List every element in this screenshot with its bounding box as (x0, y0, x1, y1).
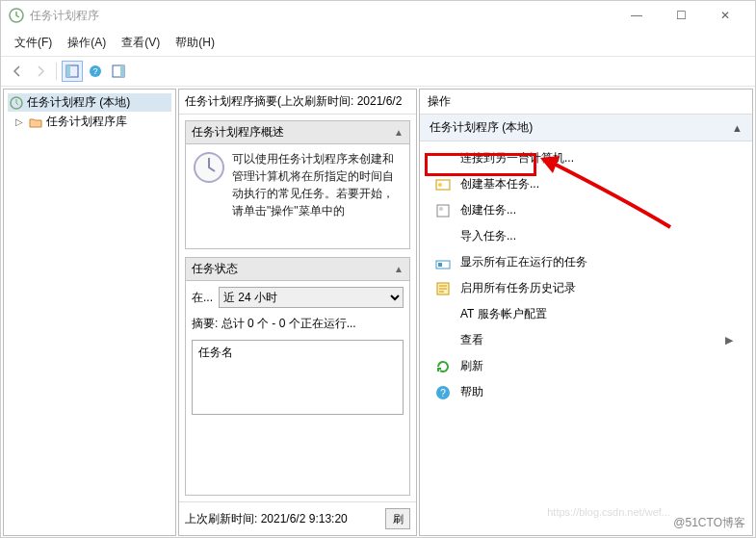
group-title: 任务计划程序 (本地) (430, 119, 533, 136)
toolbar: ? (1, 57, 755, 87)
minimize-button[interactable]: — (614, 1, 659, 30)
menu-view[interactable]: 查看(V) (114, 32, 168, 54)
action-create-task[interactable]: 创建任务... (422, 197, 750, 223)
summary-header: 任务计划程序摘要(上次刷新时间: 2021/6/2 (179, 90, 416, 115)
help-toolbar-button[interactable]: ? (85, 61, 106, 82)
action-connect-label: 连接到另一台计算机... (460, 150, 574, 167)
menu-file[interactable]: 文件(F) (7, 32, 60, 54)
svg-rect-2 (66, 65, 70, 77)
svg-text:?: ? (440, 388, 446, 398)
action-view[interactable]: 查看 ▶ (422, 327, 750, 353)
column-task-name: 任务名 (198, 346, 233, 359)
action-help-label: 帮助 (460, 384, 483, 400)
action-connect[interactable]: 连接到另一台计算机... (422, 145, 750, 171)
menu-bar: 文件(F) 操作(A) 查看(V) 帮助(H) (1, 30, 755, 57)
action-view-label: 查看 (460, 332, 483, 348)
svg-text:?: ? (92, 66, 97, 76)
overview-title: 任务计划程序概述 (192, 124, 284, 141)
collapse-icon[interactable]: ▲ (394, 264, 404, 274)
large-clock-icon (192, 150, 226, 185)
app-clock-icon (9, 8, 24, 23)
action-import-task[interactable]: 导入任务... (422, 223, 750, 249)
tree-root-label: 任务计划程序 (本地) (27, 94, 130, 111)
console-tree-button[interactable] (62, 61, 83, 82)
collapse-arrow-icon: ▲ (732, 122, 743, 134)
action-refresh[interactable]: 刷新 (422, 353, 750, 379)
svg-point-12 (439, 207, 443, 211)
maximize-button[interactable]: ☐ (659, 1, 703, 30)
tree-root[interactable]: 任务计划程序 (本地) (8, 93, 171, 112)
blank-icon (435, 307, 451, 322)
action-at-label: AT 服务帐户配置 (460, 306, 547, 322)
action-refresh-label: 刷新 (460, 358, 483, 374)
action-import-label: 导入任务... (460, 228, 516, 244)
watermark: @51CTO博客 (673, 515, 745, 531)
chevron-right-icon[interactable]: ▷ (15, 116, 25, 127)
blank-icon (435, 333, 451, 348)
title-bar: 任务计划程序 — ☐ ✕ (1, 1, 755, 30)
task-icon (435, 203, 451, 218)
refresh-button[interactable]: 刷 (385, 508, 410, 529)
watermark-url: https://blog.csdn.net/wef... (547, 506, 670, 518)
actions-header: 操作 (420, 90, 752, 115)
history-icon (435, 281, 451, 296)
clock-icon (10, 96, 23, 110)
action-at-config[interactable]: AT 服务帐户配置 (422, 301, 750, 327)
status-header[interactable]: 任务状态 ▲ (186, 258, 409, 281)
action-history-label: 启用所有任务历史记录 (460, 280, 576, 296)
actions-list: 连接到另一台计算机... 创建基本任务... 创建任务... 导入任务... 显… (420, 141, 752, 409)
collapse-icon[interactable]: ▲ (394, 127, 404, 138)
period-select[interactable]: 近 24 小时 (219, 287, 404, 308)
status-section: 任务状态 ▲ 在... 近 24 小时 摘要: 总计 0 个 - 0 个正在运行… (185, 257, 410, 496)
action-create-task-label: 创建任务... (460, 202, 516, 218)
blank-icon (435, 229, 451, 244)
menu-help[interactable]: 帮助(H) (168, 32, 222, 54)
action-create-basic-task[interactable]: 创建基本任务... (422, 171, 750, 197)
running-icon (435, 255, 451, 270)
task-list[interactable]: 任务名 (192, 340, 404, 415)
center-pane: 任务计划程序摘要(上次刷新时间: 2021/6/2 任务计划程序概述 ▲ 可以使… (178, 89, 417, 536)
action-show-running-label: 显示所有正在运行的任务 (460, 254, 587, 270)
overview-header[interactable]: 任务计划程序概述 ▲ (186, 121, 409, 144)
overview-text: 可以使用任务计划程序来创建和管理计算机将在所指定的时间自动执行的常见任务。若要开… (232, 150, 404, 243)
menu-action[interactable]: 操作(A) (60, 32, 114, 54)
tree-library-label: 任务计划程序库 (46, 114, 127, 130)
back-button[interactable] (7, 61, 28, 82)
chevron-right-icon: ▶ (725, 334, 733, 346)
action-show-running[interactable]: 显示所有正在运行的任务 (422, 249, 750, 275)
actions-group-header[interactable]: 任务计划程序 (本地) ▲ (420, 115, 752, 141)
last-refresh-text: 上次刷新时间: 2021/6/2 9:13:20 (185, 511, 379, 527)
summary-count: 摘要: 总计 0 个 - 0 个正在运行... (192, 316, 404, 332)
refresh-icon (435, 359, 451, 374)
overview-section: 任务计划程序概述 ▲ 可以使用任务计划程序来创建和管理计算机将在所指定的时间自动… (185, 120, 410, 249)
close-button[interactable]: ✕ (703, 1, 747, 30)
svg-rect-11 (437, 205, 449, 217)
status-title: 任务状态 (192, 261, 238, 277)
wizard-icon (435, 177, 451, 192)
help-icon: ? (435, 385, 451, 400)
window-title: 任务计划程序 (30, 8, 614, 24)
action-help[interactable]: ? 帮助 (422, 379, 750, 405)
console-tree: 任务计划程序 (本地) ▷ 任务计划程序库 (3, 89, 176, 536)
svg-rect-14 (438, 263, 442, 267)
blank-icon (435, 151, 451, 167)
center-footer: 上次刷新时间: 2021/6/2 9:13:20 刷 (179, 501, 416, 535)
svg-rect-6 (120, 65, 124, 77)
action-pane-button[interactable] (108, 61, 129, 82)
workspace: 任务计划程序 (本地) ▷ 任务计划程序库 任务计划程序摘要(上次刷新时间: 2… (1, 87, 755, 538)
folder-icon (29, 115, 42, 129)
actions-pane: 操作 任务计划程序 (本地) ▲ 连接到另一台计算机... 创建基本任务... … (419, 89, 753, 536)
forward-button[interactable] (30, 61, 51, 82)
tree-library[interactable]: ▷ 任务计划程序库 (8, 112, 171, 132)
svg-point-10 (438, 183, 442, 187)
action-enable-history[interactable]: 启用所有任务历史记录 (422, 275, 750, 301)
action-create-basic-label: 创建基本任务... (460, 176, 539, 192)
status-label: 在... (192, 290, 213, 306)
toolbar-separator (56, 63, 57, 80)
